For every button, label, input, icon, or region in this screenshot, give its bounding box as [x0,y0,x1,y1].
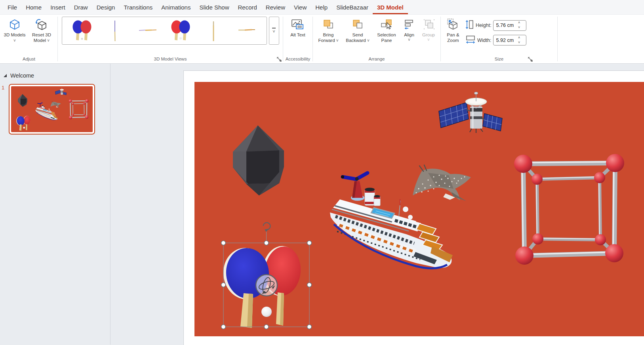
bring-forward-icon [322,17,334,32]
selection-pane-icon [380,17,393,32]
3d-models-label: 3D Models [4,32,26,37]
slide-editing-area[interactable] [194,82,644,336]
chevron-down-icon: ˅ [367,38,370,43]
tab-draw[interactable]: Draw [70,0,92,14]
slide-thumbnail[interactable] [9,84,95,135]
model-view-top-1[interactable] [135,18,161,44]
3d-rotate-control[interactable] [256,275,277,296]
views-dialog-launcher[interactable] [276,57,282,62]
pan-zoom-button[interactable]: Pan & Zoom [443,16,463,44]
tab-transitions[interactable]: Transitions [119,0,157,14]
model-views-gallery [62,17,267,45]
slide-thumbnail-row: 1 [0,84,110,135]
size-group-label: Size [442,56,556,63]
gallery-more-bar-icon [272,28,276,28]
tab-slidebazaar[interactable]: SlideBazaar [332,0,373,14]
width-spin-down-button[interactable]: ˅ [516,40,523,45]
tab-record[interactable]: Record [233,0,261,14]
accessibility-group-label: Accessibility [285,56,311,63]
model-view-side-2[interactable] [200,18,227,44]
selection-pane-button[interactable]: Selection Pane [373,16,400,44]
height-label: Height: [476,23,492,28]
chevron-down-icon: ˅ [13,38,16,43]
group-arrange: Bring Forward ˅ Send Backward ˅ Selectio… [313,15,440,63]
slide-canvas [183,70,644,345]
height-input[interactable] [493,23,516,28]
chevron-down-icon: ˅ [427,38,430,42]
tab-file[interactable]: File [3,0,21,14]
chevron-down-icon: ˅ [408,38,410,42]
model-view-front[interactable] [69,18,95,44]
workspace: Welcome 1 [0,64,644,345]
section-collapse-icon [4,74,7,77]
alt-text-button[interactable]: Alt Text [285,16,311,38]
chevron-down-icon: ˅ [272,29,275,34]
model-view-side-1[interactable] [102,18,128,44]
tab-insert[interactable]: Insert [46,0,70,14]
model-view-back[interactable] [168,18,194,44]
bring-forward-label: Bring Forward [318,32,335,43]
group-accessibility: Alt Text Accessibility [284,15,312,63]
group-adjust: 3D Models ˅ Reset 3D Model ˅ Adjust [1,15,57,63]
selection-pane-label: Selection Pane [374,32,399,43]
bring-forward-button[interactable]: Bring Forward ˅ [315,16,342,44]
arrange-group-label: Arrange [314,56,439,63]
model-view-top-2[interactable] [233,18,259,44]
reset-3d-model-button[interactable]: Reset 3D Model ˅ [28,16,55,44]
pan-zoom-icon [446,17,460,32]
group-size: Pan & Zoom Height: ˄ ˅ [441,15,557,63]
send-backward-button[interactable]: Send Backward ˅ [343,16,373,44]
height-spin-up-button[interactable]: ˄ [516,21,523,25]
tab-slide-show[interactable]: Slide Show [195,0,233,14]
group-label: Group [422,32,435,38]
align-label: Align [404,32,414,38]
send-backward-icon [352,17,364,32]
size-dialog-launcher[interactable] [528,57,533,62]
alt-text-icon [291,17,305,32]
pan-zoom-label: Pan & Zoom [444,32,463,43]
adjust-group-label: Adjust [2,56,56,63]
slide-thumbnail-panel: Welcome 1 [0,64,111,345]
tab-animations[interactable]: Animations [157,0,195,14]
slide-number: 1 [0,84,9,91]
height-spin-down-button[interactable]: ˅ [516,25,523,30]
tab-review[interactable]: Review [261,0,290,14]
width-label: Width: [477,38,491,43]
section-header[interactable]: Welcome [0,64,110,79]
group-objects-icon [422,17,435,32]
slide-thumbnail-image [11,86,93,132]
group-button: Group ˅ [419,16,438,43]
tab-view[interactable]: View [290,0,311,14]
align-button[interactable]: Align ˅ [400,16,418,43]
ribbon-tab-bar: File Home Insert Draw Design Transitions… [0,0,644,15]
reset-3d-cube-icon [35,17,48,32]
tab-help[interactable]: Help [311,0,332,14]
tab-design[interactable]: Design [92,0,120,14]
tab-home[interactable]: Home [21,0,46,14]
3d-cube-icon [8,17,21,32]
height-icon [465,19,474,31]
width-spin-up-button[interactable]: ˄ [516,36,523,40]
section-title: Welcome [10,72,34,79]
3d-models-button[interactable]: 3D Models ˅ [2,16,27,44]
chevron-down-icon: ˅ [47,38,50,43]
chevron-down-icon: ˅ [336,38,339,43]
group-3d-model-views: ˅ 3D Model Views [58,15,282,63]
send-backward-label: Send Backward [346,32,366,43]
align-icon [403,17,415,32]
width-input[interactable] [493,38,516,43]
views-group-label: 3D Model Views [59,56,281,63]
ribbon: 3D Models ˅ Reset 3D Model ˅ Adjust [0,15,644,64]
width-icon [465,35,476,45]
gallery-more-button[interactable]: ˅ [269,17,279,45]
tab-3d-model[interactable]: 3D Model [373,0,408,14]
alt-text-label: Alt Text [290,32,305,38]
